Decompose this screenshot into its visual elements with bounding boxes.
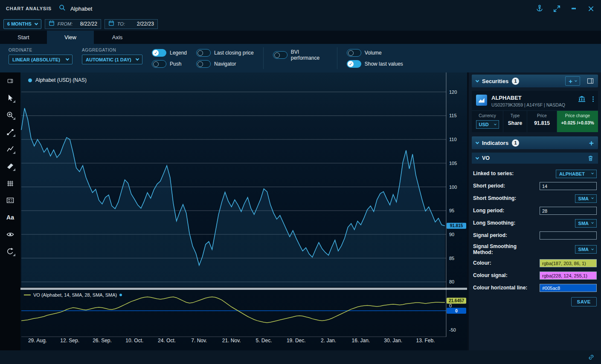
toggle-switch[interactable] [152,49,166,57]
toggle-switch[interactable] [347,49,361,57]
chevron-down-icon [136,57,139,61]
form-row-short-period: Short period: [473,180,597,192]
securities-count-badge: 1 [512,78,519,85]
svg-text:90: 90 [449,232,454,237]
series-color-dot [28,78,32,82]
legend-panel-icon[interactable] [5,195,16,205]
colour-horizontal-line-input[interactable] [540,284,597,292]
ordinate-select[interactable]: LINEAR (ABSOLUTE) [9,55,73,64]
range-select[interactable]: 6 MONTHS [3,19,41,29]
cursor-tool-icon[interactable] [5,93,16,103]
toggle-switch[interactable] [273,51,287,59]
anchor-icon[interactable] [535,4,544,13]
securities-header[interactable]: Securities 1 + [472,75,598,87]
ribbon-tabs: Start View Axis [0,31,601,44]
vo-indicator-header[interactable]: VO [472,153,598,164]
calendar-icon[interactable] [108,20,114,28]
indicators-title: Indicators [482,140,508,146]
toggle-switch[interactable] [152,60,166,68]
svg-text:105: 105 [449,161,457,166]
security-menu-icon[interactable] [592,95,594,103]
toggle-navigator[interactable]: Navigator [196,60,254,68]
dock-panel-icon[interactable] [587,78,594,84]
toggle-push[interactable]: Push [152,60,187,68]
collapse-chevron-icon[interactable] [476,78,479,82]
toggle-switch[interactable] [196,49,211,57]
short-smoothing-select[interactable]: SMA [575,194,597,203]
channel-tool-icon[interactable] [5,161,16,171]
maximize-icon[interactable] [552,4,561,13]
svg-text:29. Aug.: 29. Aug. [28,338,47,344]
long-period-input[interactable] [540,207,597,215]
menu-kebab-icon[interactable] [569,4,578,13]
svg-text:24. Oct.: 24. Oct. [158,338,176,344]
indicators-header[interactable]: Indicators 1 + [472,136,598,149]
sidebar: Securities 1 + ALPHABET [469,72,601,350]
chevron-down-icon [591,221,594,224]
currency-cell: Currency USD [472,111,503,132]
security-meta: US02079K3059 | A14Y6F | NASDAQ [491,102,574,107]
toggle-switch[interactable] [347,60,361,68]
form-row-signal-smoothing: Signal Smoothing Method: SMA [473,242,597,257]
zoom-in-tool-icon[interactable] [5,110,16,120]
search-input[interactable] [70,5,129,12]
to-date-field[interactable]: TO: 2/22/23 [105,19,158,29]
ordinate-value: LINEAR (ABSOLUTE) [12,57,60,62]
svg-text:-50: -50 [449,327,456,332]
visibility-eye-icon[interactable] [5,229,16,239]
exchange-bank-icon[interactable] [578,95,586,104]
security-card[interactable]: ALPHABET US02079K3059 | A14Y6F | NASDAQ … [472,91,598,132]
add-indicator-icon[interactable]: + [589,139,594,147]
calendar-icon[interactable] [49,20,55,28]
vo-legend-dot[interactable] [119,294,122,296]
tab-view[interactable]: View [47,31,94,44]
toggle-switch[interactable] [196,60,211,68]
colour-input[interactable] [540,259,597,267]
save-button[interactable]: SAVE [571,297,597,306]
aggregation-group: AGGREGATION AUTOMATIC (1 DAY) [82,46,142,70]
aggregation-value: AUTOMATIC (1 DAY) [86,57,131,62]
toggle-volume[interactable]: Volume [347,49,403,57]
signal-period-input[interactable] [540,231,597,240]
chevron-down-icon [591,172,594,174]
chevron-down-icon [35,21,38,25]
trendline-tool-icon[interactable] [5,127,16,137]
aggregation-label: AGGREGATION [82,48,142,52]
add-security-button[interactable]: + [565,76,580,86]
vo-indicator-legend[interactable]: VO (Alphabet, 14, SMA, 28, SMA, SMA) [24,292,122,298]
svg-text:2. Jan.: 2. Jan. [321,338,336,344]
from-date-field[interactable]: FROM: 8/22/22 [45,19,101,29]
signal-smoothing-select[interactable]: SMA [575,245,597,254]
search-icon[interactable] [58,4,66,13]
form-row-linked-series: Linked to series: ALPHABET [473,168,597,180]
toggle-show-last-values[interactable]: Show last values [347,60,403,68]
linked-series-select[interactable]: ALPHABET [556,170,597,178]
filterbar: 6 MONTHS FROM: 8/22/22 TO: 2/22/23 [0,17,601,31]
svg-text:5. Dec.: 5. Dec. [255,338,272,344]
zigzag-tool-icon[interactable] [5,144,16,154]
panel-toggle-icon[interactable] [5,76,16,86]
long-smoothing-select[interactable]: SMA [575,219,597,228]
svg-text:91.815: 91.815 [450,223,463,228]
collapse-chevron-icon[interactable] [476,156,479,159]
toggle-bvi-performance[interactable]: BVI performance [273,49,328,61]
toggle-legend[interactable]: Legend [152,49,187,57]
delete-indicator-trash-icon[interactable] [587,155,594,162]
short-period-input[interactable] [540,182,597,190]
tab-axis[interactable]: Axis [94,31,141,44]
ordinate-group: ORDINATE LINEAR (ABSOLUTE) [9,46,73,70]
grid-tool-icon[interactable] [5,178,16,188]
link-icon[interactable] [587,353,595,361]
aggregation-select[interactable]: AUTOMATIC (1 DAY) [82,55,142,64]
close-icon[interactable] [586,4,595,13]
currency-select[interactable]: USD [476,120,499,129]
tab-start[interactable]: Start [0,31,47,44]
colour-signal-input[interactable] [540,272,597,280]
collapse-chevron-icon[interactable] [476,140,479,144]
text-tool-icon[interactable]: Aa [5,212,16,222]
chart-region: 120115110105100959085800-5029. Aug.12. S… [20,72,467,350]
undo-rotate-icon[interactable] [5,246,16,256]
chart-canvas[interactable]: 120115110105100959085800-5029. Aug.12. S… [20,72,467,347]
toggle-last-closing-price[interactable]: Last closing price [196,49,254,57]
price-series-legend[interactable]: Alphabet (USD) (NAS) [28,77,87,83]
